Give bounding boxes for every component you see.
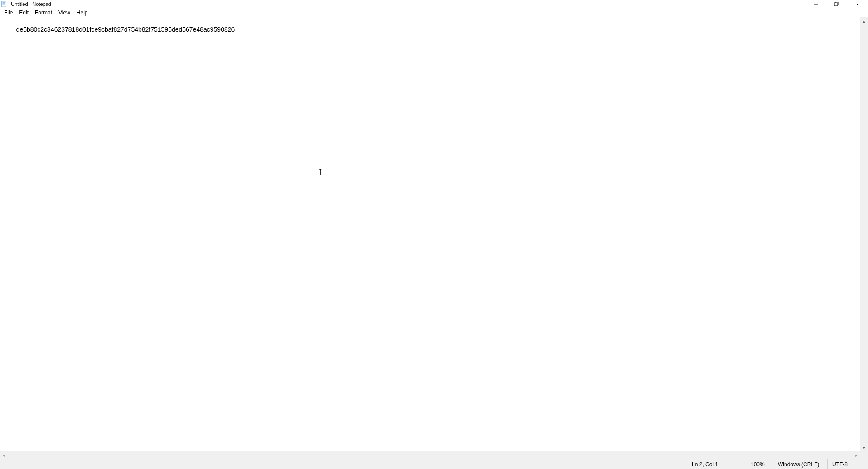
- menu-edit[interactable]: Edit: [16, 9, 32, 17]
- text-caret: [1, 26, 1, 33]
- scroll-up-arrow[interactable]: ▴: [860, 17, 868, 25]
- horizontal-scrollbar[interactable]: ◂ ▸: [0, 451, 868, 459]
- vertical-scrollbar[interactable]: ▴ ▾: [860, 17, 868, 451]
- editor-text: de5b80c2c346237818d01fce9cbaf827d754b82f…: [16, 26, 235, 33]
- menubar: File Edit Format View Help: [0, 8, 868, 17]
- close-button[interactable]: [847, 0, 868, 8]
- status-encoding: UTF-8: [827, 459, 868, 469]
- status-zoom: 100%: [746, 459, 773, 469]
- close-icon: [855, 2, 860, 6]
- titlebar-left: *Untitled - Notepad: [1, 1, 51, 7]
- menu-file[interactable]: File: [1, 9, 16, 17]
- text-editor[interactable]: de5b80c2c346237818d01fce9cbaf827d754b82f…: [0, 17, 860, 451]
- menu-help[interactable]: Help: [73, 9, 91, 17]
- status-line-ending: Windows (CRLF): [773, 459, 827, 469]
- menu-view[interactable]: View: [55, 9, 73, 17]
- restore-icon: [834, 2, 839, 6]
- status-cursor-position: Ln 2, Col 1: [687, 459, 746, 469]
- svg-rect-7: [834, 3, 838, 6]
- scroll-left-arrow[interactable]: ◂: [0, 451, 8, 459]
- scroll-corner: [860, 451, 868, 459]
- notepad-icon: [1, 1, 7, 7]
- horizontal-scroll-track[interactable]: [8, 451, 853, 459]
- window-title: *Untitled - Notepad: [9, 1, 51, 7]
- window-controls: [805, 0, 868, 8]
- titlebar: *Untitled - Notepad: [0, 0, 868, 8]
- editor-container: de5b80c2c346237818d01fce9cbaf827d754b82f…: [0, 17, 868, 451]
- scroll-right-arrow[interactable]: ▸: [853, 451, 860, 459]
- minimize-button[interactable]: [805, 0, 826, 8]
- scroll-down-arrow[interactable]: ▾: [860, 444, 868, 451]
- menu-format[interactable]: Format: [32, 9, 55, 17]
- minimize-icon: [814, 2, 818, 6]
- vertical-scroll-track[interactable]: [860, 25, 868, 444]
- maximize-button[interactable]: [826, 0, 847, 8]
- statusbar: Ln 2, Col 1 100% Windows (CRLF) UTF-8: [0, 459, 868, 469]
- text-cursor-icon: I: [319, 168, 322, 177]
